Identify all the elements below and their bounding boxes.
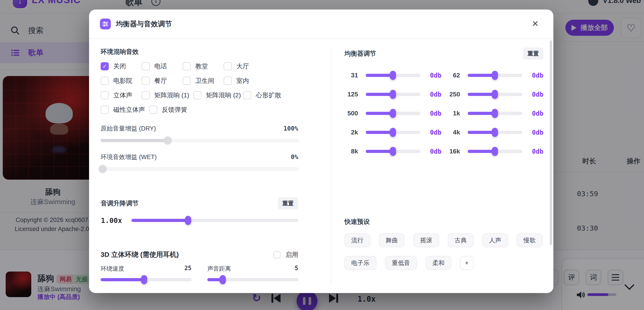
eq-band-thumb[interactable]: [492, 109, 498, 118]
eq-band-slider[interactable]: [366, 128, 420, 137]
reverb-row: ✓ 电影院 ✓ 餐厅 ✓ 卫生间 ✓ 室内: [100, 76, 298, 85]
eq-band-slider[interactable]: [468, 90, 522, 99]
preset-button[interactable]: 慢歌: [517, 233, 542, 247]
preset-button[interactable]: 电子乐: [344, 256, 376, 270]
eq-band-slider[interactable]: [468, 109, 522, 118]
checkbox[interactable]: ✓: [224, 62, 232, 70]
eq-section-header: 均衡器调节 重置: [344, 47, 544, 59]
eq-band-thumb[interactable]: [492, 128, 498, 137]
eq-band-thumb[interactable]: [492, 90, 498, 99]
eq-band-value: 0db: [529, 110, 544, 117]
reverb-option[interactable]: ✓ 矩阵混响 (2): [193, 91, 243, 100]
preset-button[interactable]: 人声: [482, 233, 508, 247]
checkbox[interactable]: ✓: [142, 77, 150, 85]
pitch-thumb[interactable]: [185, 216, 191, 225]
modal-body: 环境混响音效 ✓ 关闭 ✓ 电话 ✓ 教堂 ✓: [89, 38, 553, 293]
close-button[interactable]: ×: [532, 18, 538, 29]
reverb-option[interactable]: ✓ 心形扩散: [243, 91, 281, 100]
reverb-option[interactable]: ✓ 立体声: [100, 91, 142, 100]
eq-band: 4k 0db: [446, 123, 544, 142]
eq-band-thumb[interactable]: [492, 71, 498, 80]
eq-band-slider[interactable]: [468, 128, 522, 137]
reverb-option[interactable]: ✓ 矩阵混响 (1): [142, 91, 193, 100]
eq-band-slider[interactable]: [366, 109, 420, 118]
eq-band-thumb[interactable]: [390, 147, 396, 156]
checkbox[interactable]: ✓: [224, 77, 232, 85]
eq-band-slider[interactable]: [366, 147, 420, 156]
reverb-option[interactable]: ✓ 关闭: [100, 62, 142, 71]
checkbox[interactable]: ✓: [149, 106, 157, 114]
preset-button[interactable]: 古典: [448, 233, 474, 247]
eq-band-slider[interactable]: [468, 147, 522, 156]
checkbox[interactable]: ✓: [183, 77, 191, 85]
checkbox[interactable]: ✓: [183, 62, 191, 70]
checkbox[interactable]: ✓: [100, 77, 109, 85]
reverb-option[interactable]: ✓ 电影院: [100, 76, 142, 85]
pitch-slider[interactable]: [132, 216, 298, 225]
surround-speed: 环绕速度 25: [100, 265, 192, 284]
reverb-option[interactable]: ✓ 电话: [142, 62, 183, 71]
checkbox[interactable]: ✓: [193, 91, 202, 99]
checkbox[interactable]: ✓: [100, 62, 109, 70]
surround-distance-thumb[interactable]: [220, 275, 226, 284]
surround-section-header: 3D 立体环绕 (需使用耳机) ✓ 启用: [100, 250, 298, 259]
checkbox[interactable]: ✓: [142, 62, 150, 70]
surround-speed-thumb[interactable]: [141, 275, 147, 284]
surround-sliders: 环绕速度 25 声音距离 5: [100, 265, 298, 284]
checkbox[interactable]: ✓: [100, 91, 109, 99]
eq-band-value: 0db: [427, 72, 442, 79]
reverb-option[interactable]: ✓ 磁性立体声: [100, 105, 149, 114]
preset-button[interactable]: 摇滚: [413, 233, 439, 247]
eq-band-slider[interactable]: [468, 71, 522, 80]
modal-left-column: 环境混响音效 ✓ 关闭 ✓ 电话 ✓ 教堂 ✓: [89, 38, 331, 293]
checkbox[interactable]: ✓: [100, 106, 109, 114]
eq-band-thumb[interactable]: [390, 71, 396, 80]
eq-band-fill: [366, 93, 393, 96]
dry-gain-thumb[interactable]: [164, 137, 172, 145]
reverb-option[interactable]: ✓ 室内: [224, 76, 265, 85]
eq-band: 62 0db: [446, 66, 544, 85]
dry-gain-slider[interactable]: [100, 136, 298, 145]
eq-band-slider[interactable]: [366, 71, 420, 80]
eq-band-label: 2k: [344, 129, 358, 136]
reverb-option-label: 大厅: [236, 62, 249, 71]
reverb-option[interactable]: ✓ 反馈弹簧: [149, 105, 187, 114]
preset-button[interactable]: 重低音: [385, 256, 417, 270]
eq-band-thumb[interactable]: [390, 90, 396, 99]
preset-button[interactable]: 流行: [344, 233, 370, 247]
add-preset-button[interactable]: +: [460, 256, 474, 270]
surround-enable[interactable]: ✓ 启用: [273, 251, 298, 259]
eq-heading: 均衡器调节: [344, 49, 376, 58]
surround-speed-slider[interactable]: [100, 275, 192, 284]
pitch-heading: 音调升降调节: [100, 199, 139, 208]
reverb-option[interactable]: ✓ 卫生间: [183, 76, 224, 85]
eq-band-fill: [468, 150, 495, 153]
reverb-option-label: 磁性立体声: [113, 105, 145, 114]
eq-reset-button[interactable]: 重置: [523, 47, 544, 59]
eq-band-value: 0db: [529, 91, 544, 98]
wet-gain-slider[interactable]: [100, 165, 298, 173]
preset-button[interactable]: 柔和: [426, 256, 452, 270]
eq-band-slider[interactable]: [366, 90, 420, 99]
surround-speed-value: 25: [184, 265, 192, 273]
modal-header: 均衡器与音效调节 ×: [89, 9, 553, 39]
pitch-fill: [132, 219, 188, 222]
eq-band: 16k 0db: [446, 142, 544, 161]
eq-band-thumb[interactable]: [390, 109, 396, 118]
checkbox[interactable]: ✓: [243, 91, 251, 99]
reverb-option[interactable]: ✓ 餐厅: [142, 76, 183, 85]
pitch-reset-button[interactable]: 重置: [278, 197, 298, 209]
reverb-option[interactable]: ✓ 大厅: [224, 62, 265, 71]
preset-button[interactable]: 舞曲: [379, 233, 405, 247]
presets-section: 快速预设 流行 舞曲 摇滚 古典 人声 慢歌 电子乐 重低音 柔和 +: [344, 217, 544, 270]
reverb-option-label: 电话: [154, 62, 167, 71]
reverb-option[interactable]: ✓ 教堂: [183, 62, 224, 71]
wet-gain-thumb[interactable]: [98, 165, 107, 173]
surround-distance-slider[interactable]: [207, 275, 298, 284]
checkbox[interactable]: ✓: [273, 251, 280, 258]
eq-band: 500 0db: [344, 104, 442, 123]
checkbox[interactable]: ✓: [142, 91, 150, 99]
eq-band: 125 0db: [344, 85, 442, 104]
eq-band-thumb[interactable]: [492, 147, 498, 156]
eq-band-thumb[interactable]: [390, 128, 396, 137]
